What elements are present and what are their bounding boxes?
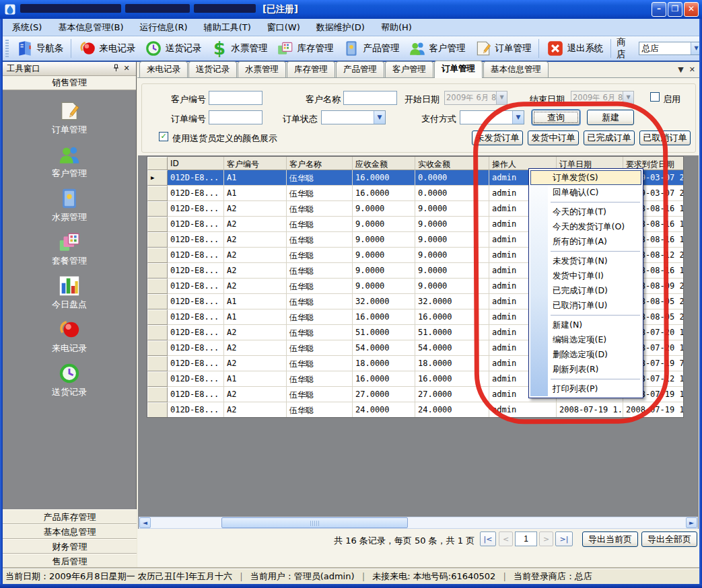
cell-customer-name[interactable]: 伍华聪 [287, 217, 353, 232]
cell-received[interactable]: 18.0000 [415, 356, 489, 371]
cell-customer-no[interactable]: A2 [224, 217, 287, 232]
menu-item[interactable]: 基本信息管理(B) [51, 20, 130, 36]
export-current-page-button[interactable]: 导出当前页 [582, 531, 638, 547]
cell-receivable[interactable]: 9.0000 [353, 232, 415, 248]
cell-customer-no[interactable]: A2 [224, 279, 287, 294]
cell-received[interactable]: 0.0000 [415, 170, 489, 186]
new-button[interactable]: 新建 [587, 110, 634, 125]
chevron-down-icon[interactable]: ▼ [374, 111, 385, 124]
cell-receivable[interactable]: 9.0000 [353, 217, 415, 232]
cell-receivable[interactable]: 32.0000 [353, 294, 415, 309]
status-filter-button[interactable]: 发货中订单 [528, 131, 579, 145]
close-button[interactable]: ✕ [684, 2, 699, 17]
customer-no-input[interactable] [209, 91, 262, 105]
toolbar-order-button[interactable]: 订单管理 [470, 38, 536, 59]
scroll-left-icon[interactable]: ◄ [139, 517, 151, 528]
row-selector[interactable] [147, 279, 168, 294]
tab-close-icon[interactable]: ✕ [689, 65, 695, 74]
tab-list-dropdown-icon[interactable]: ▼ [678, 65, 683, 74]
status-filter-button[interactable]: 已完成订单 [584, 131, 635, 145]
column-header-id[interactable]: ID [168, 157, 224, 170]
pin-icon[interactable] [110, 64, 121, 74]
cell-receivable[interactable]: 18.0000 [353, 356, 415, 371]
cell-id[interactable]: 012D-E8... [168, 356, 224, 371]
menu-item[interactable]: 辅助工具(T) [197, 20, 258, 36]
tab[interactable]: 水票管理 [238, 61, 286, 77]
cell-receivable[interactable]: 24.0000 [353, 402, 415, 418]
enable-checkbox[interactable] [650, 92, 660, 102]
last-page-button[interactable]: >| [555, 531, 573, 546]
scroll-right-icon[interactable]: ► [686, 517, 697, 528]
pay-method-select[interactable]: ▼ [460, 110, 524, 124]
toolbar-water-ticket-button[interactable]: $ 水票管理 [206, 38, 272, 59]
column-header-received[interactable]: 实收金额 [415, 157, 489, 170]
context-menu-item[interactable] [530, 200, 641, 205]
toolbar-inventory-button[interactable]: 库存管理 [272, 38, 338, 59]
cell-receivable[interactable]: 9.0000 [353, 248, 415, 263]
cell-received[interactable]: 9.0000 [415, 248, 489, 263]
cell-received[interactable]: 16.0000 [415, 309, 489, 325]
cell-customer-name[interactable]: 伍华聪 [287, 279, 353, 294]
tab[interactable]: 基本信息管理 [483, 61, 549, 77]
context-menu-item[interactable]: 今天的发货订单(O) [530, 219, 641, 234]
cell-customer-name[interactable]: 伍华聪 [287, 387, 353, 402]
row-selector[interactable] [147, 201, 168, 217]
cell-customer-no[interactable]: A2 [224, 201, 287, 217]
row-selector[interactable] [147, 217, 168, 232]
cell-received[interactable]: 9.0000 [415, 232, 489, 248]
context-menu-item[interactable]: 打印列表(P) [530, 381, 641, 396]
cell-id[interactable]: 012D-E8... [168, 279, 224, 294]
context-menu-item[interactable]: 已取消订单(U) [530, 298, 641, 313]
cell-customer-no[interactable]: A1 [224, 294, 287, 309]
row-selector[interactable] [147, 387, 168, 402]
page-number-input[interactable] [515, 531, 537, 546]
menu-item[interactable]: 系统(S) [5, 20, 48, 36]
sidebar-section-button[interactable]: 基本信息管理 [3, 524, 137, 539]
cell-received[interactable]: 24.0000 [415, 402, 489, 418]
toolbar-product-button[interactable]: 产品管理 [338, 38, 404, 59]
context-menu-item[interactable]: 已完成订单(D) [530, 283, 641, 298]
cell-received[interactable]: 0.0000 [415, 186, 489, 201]
toolbar-customer-button[interactable]: 客户管理 [404, 38, 470, 59]
cell-received[interactable]: 27.0000 [415, 387, 489, 402]
cell-customer-name[interactable]: 伍华聪 [287, 170, 353, 186]
cell-received[interactable]: 54.0000 [415, 340, 489, 356]
status-filter-button[interactable]: 未发货订单 [472, 131, 523, 145]
context-menu-item[interactable]: 今天的订单(T) [530, 205, 641, 219]
cell-receivable[interactable]: 51.0000 [353, 325, 415, 340]
close-icon[interactable]: ✕ [121, 64, 132, 74]
cell-customer-no[interactable]: A2 [224, 232, 287, 248]
sidebar-item-combo[interactable]: 套餐管理 [19, 231, 120, 267]
cell-received[interactable]: 9.0000 [415, 201, 489, 217]
cell-receivable[interactable]: 9.0000 [353, 201, 415, 217]
context-menu-item[interactable] [530, 249, 641, 254]
scrollbar-thumb[interactable] [221, 517, 408, 528]
cell-receivable[interactable]: 16.0000 [353, 186, 415, 201]
cell-id[interactable]: 012D-E8... [168, 217, 224, 232]
minimize-button[interactable]: – [652, 2, 666, 17]
tab[interactable]: 客户管理 [385, 61, 433, 77]
column-header-customer-no[interactable]: 客户编号 [224, 157, 287, 170]
toolbar-delivery-log-button[interactable]: 送货记录 [140, 38, 206, 59]
context-menu-item[interactable]: 订单发货(S) [530, 170, 641, 185]
row-selector[interactable] [147, 340, 168, 356]
cell-customer-name[interactable]: 伍华聪 [287, 186, 353, 201]
cell-id[interactable]: 012D-E8... [168, 232, 224, 248]
cell-received[interactable]: 16.0000 [415, 371, 489, 387]
cell-id[interactable]: 012D-E8... [168, 294, 224, 309]
row-selector[interactable] [147, 248, 168, 263]
tab[interactable]: 来电记录 [139, 61, 188, 77]
start-date-picker[interactable]: 2009年 6月 8日 ▼ [444, 91, 507, 105]
toolbar-grip[interactable] [5, 40, 9, 57]
sidebar-section-button[interactable]: 售后管理 [3, 554, 137, 568]
cell-id[interactable]: 012D-E8... [168, 248, 224, 263]
cell-customer-no[interactable]: A1 [224, 170, 287, 186]
cell-receivable[interactable]: 9.0000 [353, 263, 415, 279]
cell-id[interactable]: 012D-E8... [168, 201, 224, 217]
cell-received[interactable]: 9.0000 [415, 263, 489, 279]
cell-receivable[interactable]: 16.0000 [353, 170, 415, 186]
cell-receivable[interactable]: 16.0000 [353, 309, 415, 325]
row-selector[interactable] [147, 263, 168, 279]
cell-customer-no[interactable]: A1 [224, 186, 287, 201]
cell-id[interactable]: 012D-E8... [168, 263, 224, 279]
